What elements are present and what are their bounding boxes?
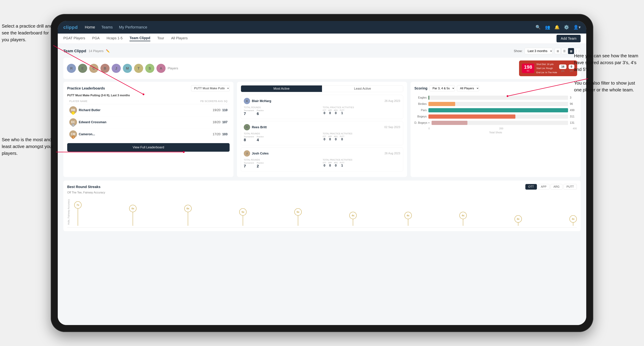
- avatar-5[interactable]: J: [112, 64, 121, 73]
- pac-stats-1: Total Rounds Tournament 7 Practice: [244, 106, 400, 116]
- bar-eagles: Eagles 3: [414, 96, 577, 100]
- player-filter[interactable]: All Players: [457, 85, 479, 91]
- profile-icon[interactable]: 👤▾: [573, 25, 581, 30]
- scoring-header: Scoring Par 3, 4 & 5s All Players: [414, 85, 577, 91]
- subnav-pga[interactable]: PGA: [92, 36, 100, 41]
- settings-icon[interactable]: ⚙️: [564, 25, 569, 30]
- tournament-stat-1: Tournament 7: [244, 109, 254, 116]
- bar-track-eagles: [428, 96, 568, 100]
- sub-nav: PGAT Players PGA Hcaps 1-5 Team Clippd T…: [58, 33, 586, 44]
- shot-details: Shot Dist: 16 yds Start Lie: Rough End L…: [536, 62, 557, 74]
- streaks-card: Best Round Streaks OTT APP ARG PUTT Off …: [63, 180, 581, 231]
- activity-tabs: Most Active Least Active: [241, 85, 403, 92]
- lb-avatar-1: RB 1: [69, 106, 77, 114]
- shot-detail2: Start Lie: Rough: [536, 66, 557, 70]
- tournament-val-1: 7: [244, 112, 254, 116]
- streaks-subtitle: Off The Tee, Fairway Accuracy: [67, 191, 577, 194]
- pac-activities-1: Total Practice Activities OTT 0 APP: [323, 106, 400, 116]
- streaks-filter-arg[interactable]: ARG: [550, 184, 562, 190]
- avatar-9[interactable]: A: [156, 64, 166, 73]
- lb-table-header: PLAYER NAME PB SCORE PB AVG SQ: [67, 100, 230, 104]
- annotation-1: Select a practice drill and see the lead…: [2, 23, 54, 43]
- subnav-tour[interactable]: Tour: [157, 36, 164, 41]
- bar-val-bogeys: 311: [570, 115, 577, 118]
- streak-pin-6: 4x: [349, 212, 357, 226]
- rank-badge-3: 3: [72, 136, 75, 139]
- card-view-btn[interactable]: ▦: [568, 48, 574, 54]
- streaks-filter-putt[interactable]: PUTT: [564, 184, 577, 190]
- avatar-7[interactable]: T: [134, 64, 143, 73]
- grid-view-btn[interactable]: ⊞: [555, 48, 561, 54]
- practice-leaderboards-card: Practice Leaderboards PUTT Must Make Put…: [63, 82, 234, 177]
- streak-pin-9: 3x: [514, 215, 522, 226]
- avatars-group: R E C B J M T S A Players: [67, 64, 178, 73]
- bar-pars: Pars 499: [414, 108, 577, 112]
- bar-val-birdies: 96: [570, 102, 577, 106]
- pac-avatar-2: R: [244, 124, 250, 130]
- people-icon[interactable]: 👥: [545, 25, 550, 30]
- lb-avg-3: 103: [222, 133, 228, 136]
- chart-xlabel: Total Shots: [414, 131, 577, 134]
- search-icon[interactable]: 🔍: [536, 25, 541, 30]
- ipad-screen: clippd Home Teams My Performance 🔍 👥 🔔 ⚙…: [58, 21, 586, 325]
- nav-bar: clippd Home Teams My Performance 🔍 👥 🔔 ⚙…: [58, 21, 586, 33]
- bar-fill-eagles: [428, 96, 429, 100]
- pac-header-3: J Josh Coles 26 Aug 2023: [244, 150, 400, 157]
- subnav-pgat[interactable]: PGAT Players: [63, 36, 85, 41]
- bar-track-dbogeys: [432, 121, 568, 125]
- streak-line-1: [78, 209, 78, 226]
- bar-val-eagles: 3: [570, 96, 577, 99]
- avatar-6[interactable]: M: [123, 64, 132, 73]
- par-filter[interactable]: Par 3, 4 & 5s: [430, 85, 455, 91]
- pac-name-2: R Rees Britt: [244, 124, 267, 130]
- annotation-2: See who is the most and least active amo…: [2, 136, 56, 157]
- bar-val-pars: 499: [570, 109, 577, 112]
- lb-name-1: Richard Butler: [79, 108, 211, 112]
- nav-performance[interactable]: My Performance: [119, 25, 147, 29]
- avatar-2[interactable]: E: [78, 64, 87, 73]
- streaks-filter-app[interactable]: APP: [538, 184, 550, 190]
- team-header: Team Clippd 14 Players ✏️ Show: Last 3 m…: [63, 48, 581, 54]
- bar-bogeys: Bogeys 311: [414, 114, 577, 119]
- add-team-button[interactable]: Add Team: [556, 35, 581, 42]
- players-row: R E C B J M T S A Players 198: [63, 58, 581, 79]
- tab-least-active[interactable]: Least Active: [322, 85, 403, 92]
- view-full-leaderboard-button[interactable]: View Full Leaderboard: [67, 143, 230, 152]
- annotation-3: Here you can see how the team have score…: [574, 52, 642, 93]
- lb-score-2: 18/20: [212, 120, 220, 124]
- arg-stat-1: ARG 0: [334, 109, 338, 115]
- nav-teams[interactable]: Teams: [101, 25, 113, 29]
- list-view-btn[interactable]: ☰: [562, 48, 567, 54]
- lb-col-player: PLAYER NAME: [69, 100, 200, 103]
- lb-row-3[interactable]: CM 3 Cameron... 17/20 103: [67, 128, 230, 140]
- pac-activities-3: Total Practice Activities OTT0 APP0 ARG0…: [323, 159, 400, 169]
- lb-player-info-1: Richard Butler: [79, 108, 211, 112]
- subnav-allplayers[interactable]: All Players: [171, 36, 188, 41]
- nav-icons: 🔍 👥 🔔 ⚙️ 👤▾: [536, 25, 581, 30]
- bell-icon[interactable]: 🔔: [554, 25, 560, 30]
- yds-right-group: 0 yds: [568, 64, 574, 72]
- period-select[interactable]: Last 3 months Last 6 months Last year: [525, 48, 553, 54]
- avatar-4[interactable]: B: [100, 64, 110, 73]
- subnav-teamclippd[interactable]: Team Clippd: [130, 36, 150, 41]
- bar-label-bogeys: Bogeys: [414, 115, 427, 118]
- tab-most-active[interactable]: Most Active: [241, 85, 322, 92]
- edit-icon[interactable]: ✏️: [106, 49, 110, 53]
- lb-row-1[interactable]: RB 1 Richard Butler 19/20 110: [67, 104, 230, 116]
- drill-select[interactable]: PUTT Must Make Putting...: [191, 85, 230, 91]
- nav-home[interactable]: Home: [85, 25, 95, 29]
- bar-label-eagles: Eagles: [414, 96, 427, 99]
- bar-track-pars: [428, 108, 568, 112]
- pac-date-2: 02 Sep 2023: [384, 126, 400, 129]
- streak-pin-3: 6x: [184, 205, 192, 226]
- yds-right: 0: [568, 64, 574, 69]
- avatar-8[interactable]: S: [145, 64, 154, 73]
- pac-avatar-1: B: [244, 98, 250, 104]
- avatar-1[interactable]: R: [67, 64, 76, 73]
- tournament-label: Tournament: [244, 109, 254, 112]
- subnav-hcaps[interactable]: Hcaps 1-5: [106, 36, 122, 41]
- rounds-row-1: Tournament 7 Practice 6: [244, 109, 321, 116]
- streaks-filter-ott[interactable]: OTT: [525, 184, 537, 190]
- avatar-3[interactable]: C: [89, 64, 98, 73]
- lb-row-2[interactable]: EC 2 Edward Crossman 18/20 107: [67, 116, 230, 128]
